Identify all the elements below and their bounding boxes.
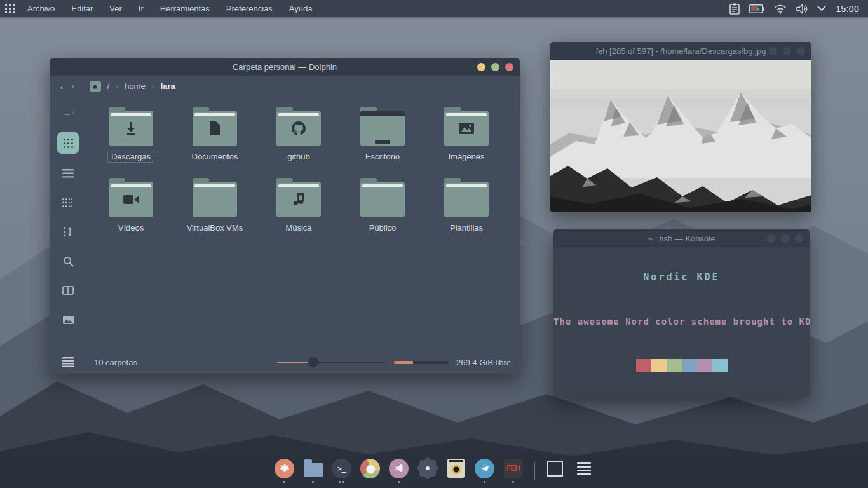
dock-terminal[interactable]: >_ xyxy=(331,458,353,484)
folder-item-escritorio[interactable]: Escritorio xyxy=(341,105,424,177)
video-camera-icon xyxy=(109,182,153,217)
statusbar-menu-button[interactable] xyxy=(50,357,86,367)
close-button[interactable] xyxy=(797,47,805,55)
breadcrumb-home[interactable]: home xyxy=(122,81,148,91)
back-button[interactable]: ← ▾ xyxy=(56,79,77,93)
menu-ver[interactable]: Ver xyxy=(101,0,130,17)
zoom-slider[interactable] xyxy=(277,357,386,367)
maximize-button[interactable] xyxy=(491,63,499,71)
document-icon xyxy=(193,111,237,146)
palette-swatch-cyan xyxy=(712,359,728,372)
folder-item-musica[interactable]: Música xyxy=(257,177,341,248)
disk-usage-bar xyxy=(394,361,449,364)
app-launcher-button[interactable] xyxy=(0,0,19,17)
dock-system-settings[interactable] xyxy=(417,458,438,484)
dolphin-statusbar: 10 carpetas 269.4 GiB libre xyxy=(50,351,520,374)
preview-button[interactable] xyxy=(57,310,79,329)
dock-menu[interactable] xyxy=(573,458,595,484)
dock-file-manager[interactable] xyxy=(302,458,324,484)
compact-view-icon xyxy=(62,198,74,207)
terminal-output[interactable]: Nordic KDE The awesome Nord color scheme… xyxy=(553,247,810,397)
menu-archivo[interactable]: Archivo xyxy=(19,0,63,17)
menu-editar[interactable]: Editar xyxy=(63,0,101,17)
feh-window: feh [285 of 597] - /home/lara/Descargas/… xyxy=(550,42,811,212)
close-button[interactable] xyxy=(505,63,513,71)
telegram-icon xyxy=(478,462,491,475)
gear-icon xyxy=(419,460,436,477)
sort-icon xyxy=(63,227,73,237)
show-desktop-icon xyxy=(547,461,563,477)
speaker-icon xyxy=(447,459,465,478)
details-view-button[interactable] xyxy=(57,164,79,183)
back-arrow-icon: ← xyxy=(58,81,69,92)
free-space-label: 269.4 GiB libre xyxy=(456,358,511,367)
forward-button[interactable]: → ▾ xyxy=(57,103,79,122)
folder-count-label: 10 carpetas xyxy=(94,358,137,367)
minimize-button[interactable] xyxy=(477,63,485,71)
dock-show-desktop[interactable] xyxy=(545,458,566,484)
search-icon xyxy=(63,256,74,267)
folder-item-descargas[interactable]: Descargas xyxy=(89,105,173,177)
minimize-button[interactable] xyxy=(769,47,777,55)
volume-icon[interactable] xyxy=(796,4,808,14)
menu-ayuda[interactable]: Ayuda xyxy=(281,0,321,17)
wifi-icon[interactable] xyxy=(774,4,787,14)
split-view-button[interactable] xyxy=(57,281,79,300)
zoom-slider-handle[interactable] xyxy=(308,357,318,367)
folder-item-github[interactable]: github xyxy=(257,105,341,177)
chevron-separator-icon: › xyxy=(116,82,118,91)
clipboard-icon[interactable] xyxy=(729,3,740,15)
sort-button[interactable] xyxy=(57,222,79,241)
dolphin-window-title: Carpeta personal — Dolphin xyxy=(50,62,520,72)
minimize-button[interactable] xyxy=(767,234,775,243)
folder-item-publico[interactable]: Público xyxy=(341,177,424,248)
folder-item-documentos[interactable]: Documentos xyxy=(173,105,257,177)
clock[interactable]: 15:00 xyxy=(836,4,859,14)
menu-ir[interactable]: Ir xyxy=(130,0,152,17)
dock-vscode[interactable] xyxy=(388,458,410,484)
dock-telegram[interactable] xyxy=(474,458,496,484)
close-button[interactable] xyxy=(795,234,803,243)
details-view-icon xyxy=(62,169,74,178)
chevron-down-icon[interactable] xyxy=(817,6,826,11)
dolphin-toolbar: ← ▾ / › home › lara xyxy=(50,76,520,97)
breadcrumb-lara[interactable]: lara xyxy=(158,81,178,91)
feh-titlebar[interactable]: feh [285 of 597] - /home/lara/Descargas/… xyxy=(550,42,811,60)
menu-preferencias[interactable]: Preferencias xyxy=(218,0,281,17)
hamburger-menu-icon xyxy=(577,462,591,475)
folder-item-plantillas[interactable]: Plantillas xyxy=(424,177,508,248)
folder-item-imagenes[interactable]: Imágenes xyxy=(424,105,508,177)
palette-swatch-red xyxy=(636,359,651,372)
menu-herramientas[interactable]: Herramientas xyxy=(152,0,218,17)
search-button[interactable] xyxy=(57,252,79,271)
icons-view-button[interactable] xyxy=(57,132,79,154)
feh-image-mountains xyxy=(550,60,811,212)
folder-icon xyxy=(304,463,323,477)
dock-feh[interactable]: FEH xyxy=(503,458,524,484)
forward-history-caret-icon: ▾ xyxy=(71,109,74,116)
palette-swatch-green xyxy=(667,359,682,372)
dolphin-file-grid: Descargas Documentos xyxy=(86,97,520,351)
dolphin-titlebar[interactable]: Carpeta personal — Dolphin xyxy=(50,58,520,76)
global-menubar: Archivo Editar Ver Ir Herramientas Prefe… xyxy=(0,0,868,17)
home-breadcrumb-icon[interactable] xyxy=(90,81,101,92)
compact-view-button[interactable] xyxy=(57,193,79,212)
vscode-icon xyxy=(393,463,405,474)
dock-media-player[interactable] xyxy=(445,458,467,484)
chromium-icon xyxy=(360,459,380,478)
folder-item-virtualbox-vms[interactable]: VirtualBox VMs xyxy=(173,177,257,248)
hamburger-menu-icon xyxy=(62,357,74,367)
battery-icon[interactable] xyxy=(749,4,764,13)
dock-chromium[interactable] xyxy=(360,458,381,484)
konsole-titlebar[interactable]: ~ : fish — Konsole xyxy=(553,229,810,247)
terminal-heading: Nordic KDE xyxy=(553,271,810,283)
split-view-icon xyxy=(62,286,74,295)
breadcrumb-root[interactable]: / xyxy=(105,81,112,91)
folder-item-videos[interactable]: Vídeos xyxy=(89,177,173,248)
download-icon xyxy=(109,111,153,146)
dock-firefox[interactable] xyxy=(274,458,295,484)
image-icon xyxy=(444,111,489,146)
app-grid-icon xyxy=(5,4,15,13)
maximize-button[interactable] xyxy=(783,47,791,55)
maximize-button[interactable] xyxy=(781,234,789,243)
